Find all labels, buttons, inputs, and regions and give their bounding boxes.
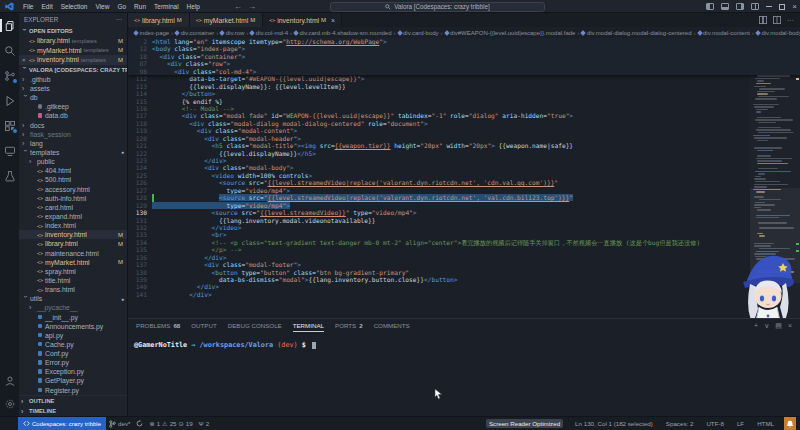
open-editor-item[interactable]: <>myMarket.htmltemplatesM bbox=[19, 46, 127, 56]
close-icon[interactable]: × bbox=[22, 57, 27, 63]
tree-item-public[interactable]: ›public bbox=[19, 157, 127, 166]
code-line[interactable]: 133 <br> bbox=[128, 231, 800, 238]
tree-item-index.html[interactable]: <>index.html bbox=[19, 221, 127, 230]
code-line[interactable]: 124 <div class="modal-body"> bbox=[128, 164, 800, 171]
code-line[interactable]: 117 <div class="modal fade" id="WEAPON-{… bbox=[128, 112, 800, 119]
terminal-dropdown-icon[interactable]: ∨ bbox=[764, 322, 769, 330]
settings-icon[interactable] bbox=[3, 397, 16, 410]
tree-item-assets[interactable]: ›assets bbox=[19, 84, 127, 93]
code-line[interactable]: 141 </div> bbox=[128, 291, 800, 298]
menu-selection[interactable]: Selection bbox=[57, 2, 92, 11]
new-terminal-icon[interactable]: + bbox=[754, 322, 758, 330]
tree-item-accessory.html[interactable]: <>accessory.html bbox=[19, 184, 127, 193]
tree-item-card.html[interactable]: <>card.html bbox=[19, 203, 127, 212]
tree-item-data.db[interactable]: data.db bbox=[19, 111, 127, 120]
code-line[interactable]: 112 data-bs-target="#WEAPON-{{level.uuid… bbox=[128, 75, 800, 82]
panel-tab-terminal[interactable]: TERMINAL bbox=[293, 319, 324, 332]
open-editors-header[interactable]: › OPEN EDITORS bbox=[19, 26, 127, 36]
code-line[interactable]: 128 <source src="{{level.streamedVideo|r… bbox=[128, 194, 800, 201]
tree-item-trans.html[interactable]: <>trans.html bbox=[19, 285, 127, 294]
code-line[interactable]: 126 <source src="{{level.streamedVideo|r… bbox=[128, 179, 800, 186]
panel-tab-ports[interactable]: PORTS2 bbox=[335, 319, 363, 332]
tree-item-Cache.py[interactable]: Cache.py bbox=[19, 340, 127, 349]
tree-item-Exception.py[interactable]: Exception.py bbox=[19, 367, 127, 376]
tree-item-myMarket.html[interactable]: <>myMarket.htmlM bbox=[19, 258, 127, 267]
more-actions-icon[interactable]: ··· bbox=[787, 17, 794, 24]
testing-icon[interactable] bbox=[3, 169, 16, 182]
menu-go[interactable]: Go bbox=[113, 2, 130, 11]
code-line[interactable]: 113 {{level.displayName}}: {{level.level… bbox=[128, 83, 800, 90]
encoding-status[interactable]: UTF-8 bbox=[703, 420, 727, 427]
panel-tab-debug-console[interactable]: DEBUG CONSOLE bbox=[228, 319, 282, 332]
code-line[interactable]: 122 {{level.displayName}}</h5> bbox=[128, 150, 800, 157]
code-line[interactable]: 120 <div class="modal-header"> bbox=[128, 135, 800, 142]
code-line[interactable]: 123 </div> bbox=[128, 157, 800, 164]
tree-item-GetPlayer.py[interactable]: GetPlayer.py bbox=[19, 376, 127, 385]
split-terminal-icon[interactable]: ▤ bbox=[775, 322, 782, 330]
minimize-button[interactable] bbox=[766, 6, 772, 7]
tree-item-Conf.py[interactable]: Conf.py bbox=[19, 349, 127, 358]
tree-item-Register.py[interactable]: Register.py bbox=[19, 386, 127, 395]
code-line[interactable]: 127 type="video/mp4"> bbox=[128, 187, 800, 194]
customize-layout-icon[interactable] bbox=[751, 3, 759, 10]
code-line[interactable]: 116 <!-- Modal --> bbox=[128, 105, 800, 112]
code-line[interactable]: 2<html lang="en" itemscope itemtype="htt… bbox=[128, 38, 800, 45]
close-panel-icon[interactable]: × bbox=[788, 322, 792, 330]
panel-tab-comments[interactable]: COMMENTS bbox=[374, 319, 410, 332]
split-editor-icon[interactable] bbox=[759, 16, 767, 24]
tree-item-lang[interactable]: ›lang bbox=[19, 139, 127, 148]
explorer-icon[interactable] bbox=[3, 19, 16, 32]
tab-inventory.html[interactable]: <>inventory.htmlM× bbox=[263, 13, 342, 27]
tree-item-flask_session[interactable]: ›flask_session bbox=[19, 130, 127, 139]
breadcrumb-item[interactable]: div.modal-dialog.modal-dialog-centered bbox=[581, 30, 691, 36]
code-line[interactable]: 12<body class="index-page"> bbox=[128, 45, 800, 52]
code-line[interactable]: 134 <!-- <p class="text-gradient text-da… bbox=[128, 239, 800, 246]
breadcrumb-item[interactable]: div.row bbox=[220, 30, 244, 36]
tab-myMarket.html[interactable]: <>myMarket.htmlM bbox=[190, 13, 264, 27]
accounts-icon[interactable] bbox=[3, 374, 16, 387]
tree-item-maintenance.html[interactable]: <>maintenance.html bbox=[19, 248, 127, 257]
code-line[interactable]: 118 <div class="modal-dialog modal-dialo… bbox=[128, 120, 800, 127]
toggle-editor-layout-icon[interactable] bbox=[773, 16, 781, 24]
section-outline[interactable]: ›OUTLINE bbox=[19, 396, 127, 406]
code-line[interactable]: 135 </p> --> bbox=[128, 246, 800, 253]
tree-item-404.html[interactable]: <>404.html bbox=[19, 166, 127, 175]
code-line[interactable]: 138 <button type="button" class="btn bg-… bbox=[128, 269, 800, 276]
menu-run[interactable]: Run bbox=[130, 2, 150, 11]
nav-forward-icon[interactable]: → bbox=[248, 2, 256, 11]
menu-view[interactable]: View bbox=[91, 2, 113, 11]
indentation-status[interactable]: Spaces: 2 bbox=[663, 420, 697, 427]
tree-item-inventory.html[interactable]: <>inventory.htmlM bbox=[19, 230, 127, 239]
open-editor-item[interactable]: ×<>inventory.htmltemplatesM bbox=[19, 55, 127, 65]
breadcrumb-item[interactable]: index-page bbox=[134, 30, 169, 36]
ports-indicator[interactable]: Ψ2 bbox=[196, 417, 213, 430]
code-line[interactable]: 137 <div class="modal-footer"> bbox=[128, 261, 800, 268]
workspace-root-header[interactable]: › VALORA [CODESPACES: CRAZY TRIBBLE] bbox=[19, 65, 127, 75]
breadcrumb-item[interactable]: div.container bbox=[175, 30, 214, 36]
tree-item-templates[interactable]: ›templates● bbox=[19, 148, 127, 157]
code-line[interactable]: 140 </div> bbox=[128, 283, 800, 290]
tree-item-expand.html[interactable]: <>expand.html bbox=[19, 212, 127, 221]
search-icon[interactable] bbox=[3, 44, 16, 57]
breadcrumb-item[interactable]: div.card-body bbox=[398, 30, 439, 36]
toggle-sidebar-icon[interactable] bbox=[706, 3, 714, 10]
sync-changes-button[interactable] bbox=[133, 417, 146, 430]
panel-tab-problems[interactable]: PROBLEMS68 bbox=[136, 319, 180, 332]
close-tab-icon[interactable]: × bbox=[331, 17, 335, 24]
code-line[interactable]: 129 type="video/mp4"> bbox=[128, 202, 800, 209]
remote-explorer-icon[interactable] bbox=[3, 144, 16, 157]
code-line[interactable]: 139 data-bs-dismiss="modal">{{lang.inven… bbox=[128, 276, 800, 283]
code-line[interactable]: 132 </video> bbox=[128, 224, 800, 231]
menu-edit[interactable]: Edit bbox=[37, 2, 56, 11]
tree-item-api.py[interactable]: api.py bbox=[19, 331, 127, 340]
tree-item-spray.html[interactable]: <>spray.html bbox=[19, 267, 127, 276]
code-line[interactable]: 136 </div> bbox=[128, 254, 800, 261]
code-line[interactable]: 18 <div class="container"> bbox=[128, 53, 800, 60]
breadcrumb-item[interactable]: div.modal-content bbox=[698, 30, 750, 36]
maximize-button[interactable] bbox=[779, 4, 785, 10]
panel-tab-output[interactable]: OUTPUT bbox=[191, 319, 216, 332]
screen-reader-status[interactable]: Screen Reader Optimized bbox=[486, 419, 563, 428]
menu-terminal[interactable]: Terminal bbox=[150, 2, 183, 11]
toggle-secondary-sidebar-icon[interactable] bbox=[736, 3, 744, 10]
tree-item-__init__.py[interactable]: __init__.py bbox=[19, 312, 127, 321]
